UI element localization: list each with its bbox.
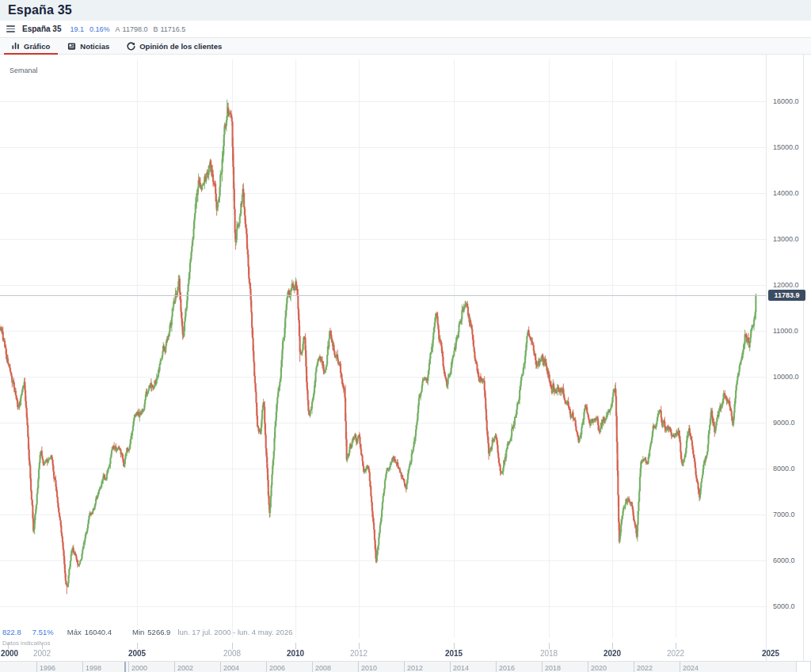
x-axis-label: 2008 [215,649,249,658]
y-axis-label: 15000.0 [773,143,806,151]
navigator-tick [174,662,175,672]
navigator-tick [36,662,37,672]
news-icon [67,42,76,51]
x-axis-label: 2000 [0,649,27,658]
x-axis-label: 2012 [341,649,376,658]
navigator-year-label: 2016 [499,664,515,672]
navigator-year-label: 2022 [637,664,653,672]
bid-price: 11716.5 [160,25,185,33]
refresh-icon [127,42,135,51]
y-axis-label: 16000.0 [773,97,806,105]
navigator-tick [450,662,451,672]
interval-label: Semanal [10,66,38,74]
quote-bar: España 35 19.1 0.16% A 11798.0 B 11716.5 [0,21,811,37]
chart-panel: Semanal 16000.015000.014000.013000.01200… [0,55,804,672]
y-axis-label: 11000.0 [773,327,806,335]
navigator-tick [404,662,405,672]
timeline-navigator[interactable]: 1996199820002002200420062008201020122014… [0,661,796,672]
x-axis-label: 2005 [120,649,154,658]
navigator-end-box[interactable] [796,661,811,672]
max-value: 16040.4 [85,628,112,636]
instrument-name: España 35 [22,25,61,33]
x-axis-label: 2002 [25,649,59,658]
tab-opinion[interactable]: Opinión de los clientes [118,38,230,54]
page-header: España 35 [0,0,811,21]
navigator-year-label: 1996 [40,664,55,672]
navigator-tick [82,662,83,672]
period-change-abs: 822.8 [2,628,21,636]
menu-icon[interactable] [6,25,15,32]
navigator-range-handle[interactable] [124,662,126,672]
navigator-year-label: 2010 [361,664,377,672]
navigator-tick [128,662,129,672]
indicative-data-note: Datos indicativos [2,640,50,647]
y-axis-label: 5000.0 [773,602,806,610]
ask-label: A [116,25,120,33]
navigator-year-label: 2004 [223,664,239,672]
date-range: lun. 17 jul. 2000 - lun. 4 may. 2026 [177,628,292,636]
navigator-year-label: 2002 [177,664,193,672]
chart-icon [12,42,20,50]
navigator-tick [358,662,359,672]
navigator-year-label: 2020 [591,664,607,672]
page-title: España 35 [8,3,72,17]
navigator-year-label: 2014 [453,664,469,672]
y-axis-label: 9000.0 [773,419,806,427]
y-axis-label: 14000.0 [773,189,806,197]
y-axis-label: 6000.0 [773,556,806,564]
y-axis-label: 8000.0 [773,465,806,473]
current-price-badge: 11783.9 [768,290,805,301]
navigator-year-label: 2024 [683,664,699,672]
change-percent: 0.16% [89,25,110,33]
chart-stats: 822.8 7.51% Máx 16040.4 Min 5266.9 lun. … [2,628,292,636]
tab-label: Opinión de los clientes [139,42,222,51]
navigator-tick [588,662,588,672]
max-label: Máx [67,628,82,636]
tab-grafico[interactable]: Gráfico [3,38,59,54]
tab-noticias[interactable]: Noticias [59,38,118,54]
x-axis-label: 2020 [595,649,630,658]
navigator-year-label: 2000 [131,664,147,672]
navigator-tick [220,662,221,672]
navigator-tick [680,662,680,672]
navigator-tick [542,662,543,672]
min-value: 5266.9 [147,628,170,636]
x-axis-label: 2010 [278,649,313,658]
navigator-year-label: 2012 [407,664,423,672]
tab-label: Gráfico [24,42,50,51]
navigator-tick [634,662,634,672]
price-chart-canvas[interactable] [0,55,767,661]
navigator-year-label: 2008 [315,664,331,672]
bid-label: B [153,25,158,33]
y-axis-label: 10000.0 [773,373,806,381]
change-value: 19.1 [70,25,84,33]
navigator-year-label: 2006 [269,664,285,672]
min-label: Min [132,628,144,636]
x-axis-label: 2025 [753,649,788,658]
y-axis-label: 12000.0 [773,281,806,289]
navigator-tick [266,662,267,672]
navigator-tick [312,662,313,672]
period-change-pct: 7.51% [32,628,54,636]
navigator-year-label: 1998 [86,664,101,672]
tab-bar: Gráfico Noticias Opinión de los clientes [0,37,811,55]
x-axis-label: 2022 [658,649,693,658]
navigator-tick [496,662,497,672]
x-axis-label: 2015 [436,649,471,658]
x-axis-label: 2018 [531,649,566,658]
tab-label: Noticias [80,42,109,51]
y-axis-label: 13000.0 [773,235,806,243]
y-axis-label: 7000.0 [773,511,806,518]
ask-price: 11798.0 [123,25,148,33]
navigator-year-label: 2018 [545,664,561,672]
